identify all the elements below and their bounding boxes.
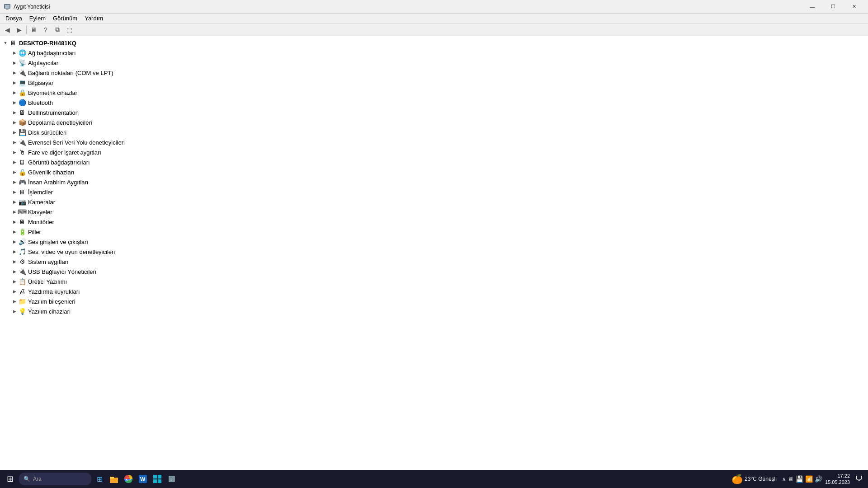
expand-arrow-dell[interactable]: ▶ bbox=[11, 110, 18, 115]
tree-item-ses[interactable]: ▶🔊Ses girişleri ve çıkışları bbox=[9, 237, 868, 247]
taskbar-word[interactable]: W bbox=[137, 473, 149, 485]
start-button[interactable]: ⊞ bbox=[3, 472, 17, 486]
taskbar-volume-icon[interactable]: 🔊 bbox=[815, 475, 822, 483]
expand-arrow-guvenlik[interactable]: ▶ bbox=[11, 170, 18, 174]
uretici-label: Üretici Yazılımı bbox=[28, 278, 67, 285]
tree-item-sesvideo[interactable]: ▶🎵Ses, video ve oyun denetleyicileri bbox=[9, 247, 868, 257]
tree-item-guvenlik[interactable]: ▶🔒Güvenlik cihazları bbox=[9, 167, 868, 177]
expand-arrow-goruntu[interactable]: ▶ bbox=[11, 160, 18, 164]
expand-arrow-biyometrik[interactable]: ▶ bbox=[11, 90, 18, 95]
tree-item-insan[interactable]: ▶🎮İnsan Arabirim Aygıtları bbox=[9, 177, 868, 187]
svg-rect-11 bbox=[158, 475, 161, 479]
tree-item-yazilim-bilesenleri[interactable]: ▶📁Yazılım bileşenleri bbox=[9, 296, 868, 306]
tree-item-baglanti[interactable]: ▶🔌Bağlantı noktaları (COM ve LPT) bbox=[9, 68, 868, 78]
toolbar-view1[interactable]: ⧉ bbox=[52, 25, 63, 35]
expand-arrow-evrensel[interactable]: ▶ bbox=[11, 140, 18, 145]
expand-arrow-root[interactable]: ▼ bbox=[2, 41, 9, 45]
yazilim-bilesenleri-label: Yazılım bileşenleri bbox=[28, 298, 75, 305]
tree-item-disk[interactable]: ▶💾Disk sürücüleri bbox=[9, 127, 868, 137]
taskbar-explorer[interactable] bbox=[108, 473, 120, 485]
toolbar-computer[interactable]: 🖥 bbox=[28, 25, 39, 35]
expand-arrow-fare[interactable]: ▶ bbox=[11, 150, 18, 155]
islemci-icon: 🖥 bbox=[18, 188, 26, 196]
taskbar-right: 🍊 23°C Güneşli ∧ 🖥 💾 📶 🔊 17:22 15.05.202… bbox=[731, 473, 865, 486]
toolbar-help[interactable]: ? bbox=[40, 25, 51, 35]
svg-rect-12 bbox=[153, 479, 157, 483]
tree-item-monitor[interactable]: ▶🖥Monitörler bbox=[9, 217, 868, 227]
maximize-button[interactable]: ☐ bbox=[823, 0, 844, 14]
chevron-icon[interactable]: ∧ bbox=[782, 476, 786, 482]
tree-item-depolama[interactable]: ▶📦Depolama denetleyicileri bbox=[9, 117, 868, 127]
expand-arrow-insan[interactable]: ▶ bbox=[11, 180, 18, 184]
toolbar-forward[interactable]: ▶ bbox=[14, 25, 24, 35]
expand-arrow-islemci[interactable]: ▶ bbox=[11, 190, 18, 194]
expand-arrow-algilayici[interactable]: ▶ bbox=[11, 61, 18, 65]
search-icon: 🔍 bbox=[24, 476, 30, 482]
taskbar-chrome[interactable] bbox=[122, 473, 135, 485]
taskbar-left: ⊞ 🔍 Ara ⊞ W ↓ bbox=[3, 472, 178, 486]
tree-item-fare[interactable]: ▶🖱Fare ve diğer işaret aygıtları bbox=[9, 147, 868, 157]
disk-icon: 💾 bbox=[18, 129, 26, 136]
menu-dosya[interactable]: Dosya bbox=[2, 14, 26, 23]
tree-item-pil[interactable]: ▶🔋Piller bbox=[9, 227, 868, 237]
tree-item-uretici[interactable]: ▶📋Üretici Yazılımı bbox=[9, 277, 868, 286]
search-label: Ara bbox=[33, 476, 42, 482]
tree-item-evrensel[interactable]: ▶🔌Evrensel Seri Veri Yolu denetleyiciler… bbox=[9, 137, 868, 147]
pil-icon: 🔋 bbox=[18, 228, 26, 235]
taskview-button[interactable]: ⊞ bbox=[93, 473, 106, 485]
expand-arrow-usb[interactable]: ▶ bbox=[11, 269, 18, 274]
tree-item-algilayici[interactable]: ▶📡Algılayıcılar bbox=[9, 58, 868, 68]
close-button[interactable]: ✕ bbox=[844, 0, 864, 14]
expand-arrow-yazdirma[interactable]: ▶ bbox=[11, 289, 18, 294]
expand-arrow-sistem[interactable]: ▶ bbox=[11, 259, 18, 264]
expand-arrow-klavye[interactable]: ▶ bbox=[11, 210, 18, 214]
clock-area[interactable]: 17:22 15.05.2023 bbox=[825, 473, 850, 486]
tree-item-yazdirma[interactable]: ▶🖨Yazdırma kuyrukları bbox=[9, 286, 868, 296]
toolbar-view2[interactable]: ⬚ bbox=[64, 25, 75, 35]
sesvideo-icon: 🎵 bbox=[18, 248, 26, 255]
expand-arrow-depolama[interactable]: ▶ bbox=[11, 120, 18, 125]
expand-arrow-sesvideo[interactable]: ▶ bbox=[11, 249, 18, 254]
tree-root-item[interactable]: ▼ 🖥 DESKTOP-RH481KQ bbox=[0, 38, 868, 48]
expand-arrow-baglanti[interactable]: ▶ bbox=[11, 70, 18, 75]
expand-arrow-uretici[interactable]: ▶ bbox=[11, 279, 18, 284]
expand-arrow-kamera[interactable]: ▶ bbox=[11, 200, 18, 204]
window-controls: — ☐ ✕ bbox=[802, 0, 864, 14]
taskbar-other[interactable]: ↓ bbox=[165, 473, 178, 485]
minimize-button[interactable]: — bbox=[802, 0, 823, 14]
notification-button[interactable]: 🗨 bbox=[853, 473, 865, 485]
search-box[interactable]: 🔍 Ara bbox=[19, 473, 91, 485]
taskbar: ⊞ 🔍 Ara ⊞ W ↓ 🍊 23°C Güneşli ∧ 🖥 💾 bbox=[0, 470, 868, 488]
title-bar: Aygıt Yoneticisi — ☐ ✕ bbox=[0, 0, 868, 14]
expand-arrow-pil[interactable]: ▶ bbox=[11, 230, 18, 234]
menu-gorunum[interactable]: Görünüm bbox=[49, 14, 81, 23]
menu-yardim[interactable]: Yardım bbox=[81, 14, 107, 23]
expand-arrow-bluetooth[interactable]: ▶ bbox=[11, 100, 18, 105]
expand-arrow-yazilim-bilesenleri[interactable]: ▶ bbox=[11, 299, 18, 304]
tree-item-goruntu[interactable]: ▶🖥Görüntü bağdaştırıcıları bbox=[9, 157, 868, 167]
tree-item-ag[interactable]: ▶🌐Ağ bağdaştırıcıları bbox=[9, 48, 868, 58]
tree-item-yazilim-cihazlar[interactable]: ▶💡Yazılım cihazları bbox=[9, 306, 868, 316]
expand-arrow-yazilim-cihazlar[interactable]: ▶ bbox=[11, 309, 18, 314]
expand-arrow-ses[interactable]: ▶ bbox=[11, 239, 18, 244]
tree-item-dell[interactable]: ▶🖥DellInstrumentation bbox=[9, 108, 868, 117]
tree-item-klavye[interactable]: ▶⌨Klavyeler bbox=[9, 207, 868, 217]
tree-item-bluetooth[interactable]: ▶🔵Bluetooth bbox=[9, 98, 868, 108]
toolbar-back[interactable]: ◀ bbox=[2, 25, 13, 35]
tree-item-biyometrik[interactable]: ▶🔒Biyometrik cihazlar bbox=[9, 88, 868, 98]
expand-arrow-bilgisayar[interactable]: ▶ bbox=[11, 80, 18, 85]
tree-item-islemci[interactable]: ▶🖥İşlemciler bbox=[9, 187, 868, 197]
taskbar-tiles[interactable] bbox=[151, 473, 164, 485]
weather-area: 🍊 23°C Güneşli bbox=[731, 474, 777, 484]
tree-item-kamera[interactable]: ▶📷Kameralar bbox=[9, 197, 868, 207]
usb-icon: 🔌 bbox=[18, 268, 26, 275]
tree-item-usb[interactable]: ▶🔌USB Bağlayıcı Yöneticileri bbox=[9, 267, 868, 277]
menu-eylem[interactable]: Eylem bbox=[26, 14, 49, 23]
expand-arrow-ag[interactable]: ▶ bbox=[11, 51, 18, 55]
expand-arrow-disk[interactable]: ▶ bbox=[11, 130, 18, 135]
expand-arrow-monitor[interactable]: ▶ bbox=[11, 220, 18, 224]
biyometrik-icon: 🔒 bbox=[18, 89, 26, 96]
tree-item-bilgisayar[interactable]: ▶💻Bilgisayar bbox=[9, 78, 868, 88]
taskbar-screen-icon: 🖥 bbox=[788, 475, 794, 483]
tree-item-sistem[interactable]: ▶⚙Sistem aygıtları bbox=[9, 257, 868, 267]
